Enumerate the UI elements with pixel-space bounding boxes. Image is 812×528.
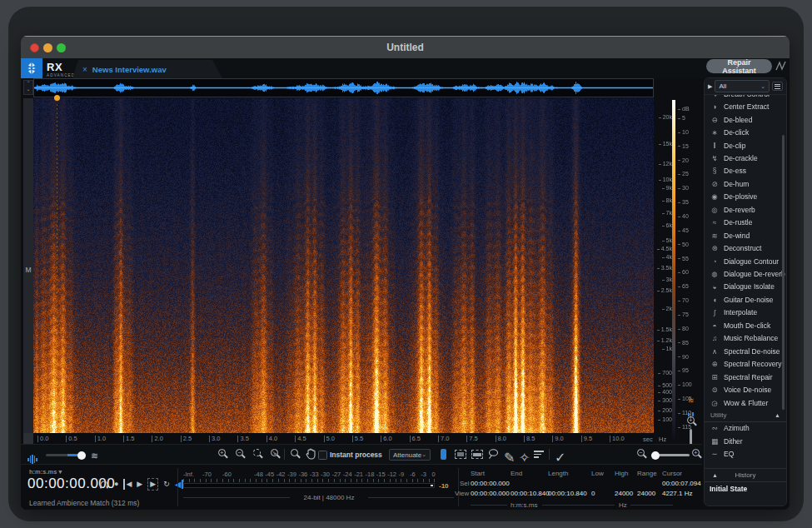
- module-item-de-clip[interactable]: ‖De-clip: [705, 139, 786, 152]
- module-item-de-reverb[interactable]: ◎De-reverb: [705, 203, 786, 216]
- loop-button[interactable]: ↻: [163, 479, 170, 490]
- play-selection-button[interactable]: ▶: [147, 478, 158, 491]
- divider-line: [591, 505, 615, 506]
- time-selection-tool[interactable]: [441, 449, 446, 460]
- module-item-interpolate[interactable]: ∫Interpolate: [705, 306, 786, 319]
- module-item-guitar-de-noise[interactable]: ◖Guitar De-noise: [705, 293, 786, 306]
- time-ruler[interactable]: 0.00.51.01.52.02.53.03.54.04.55.05.56.06…: [33, 433, 654, 445]
- module-item-de-rustle[interactable]: ≈De-rustle: [705, 217, 786, 229]
- module-item-de-crackle[interactable]: ↯De-crackle: [705, 152, 786, 164]
- zoom-out-icon[interactable]: −: [236, 449, 243, 456]
- view-length-value[interactable]: 00:00:10.840: [548, 490, 587, 497]
- module-filter-select[interactable]: All ⌄: [715, 80, 770, 92]
- magnify-tool-icon[interactable]: [291, 449, 298, 456]
- view-low-value[interactable]: 0: [591, 490, 595, 497]
- module-item-spectral-recovery[interactable]: ⊕Spectral Recovery: [705, 357, 786, 370]
- module-item-dialogue-isolate[interactable]: ◒Dialogue Isolate: [705, 281, 786, 293]
- waveform-overview[interactable]: [33, 78, 654, 97]
- module-item-eq[interactable]: ∼EQ: [705, 448, 786, 461]
- spectrogram-blend-icon[interactable]: ≋: [91, 451, 98, 461]
- spectral-de-noise-icon: ∧: [710, 347, 719, 356]
- level-meter[interactable]: [183, 483, 435, 488]
- view-range-value[interactable]: 24000: [637, 490, 655, 497]
- module-item-voice-de-noise[interactable]: ⊜Voice De-noise: [705, 383, 786, 396]
- voice-de-noise-icon: ⊜: [710, 386, 719, 394]
- history-item[interactable]: Initial State: [705, 482, 786, 493]
- module-item-de-plosive[interactable]: ◉De-plosive: [705, 191, 786, 203]
- preview-icon[interactable]: ▶: [708, 83, 712, 90]
- zoom-in-horizontal-icon[interactable]: +: [692, 449, 700, 456]
- module-item-de-ess[interactable]: §De-ess: [705, 165, 786, 177]
- file-tab[interactable]: × News Interview.wav: [72, 60, 222, 78]
- ruler-corner: [23, 433, 33, 445]
- horizontal-zoom-slider[interactable]: [651, 454, 690, 456]
- monitor-icon[interactable]: [99, 480, 109, 489]
- repair-assistant-button[interactable]: Repair Assistant: [706, 59, 772, 73]
- module-item-de-click[interactable]: ∗De-click: [705, 126, 786, 138]
- repair-wand-icon[interactable]: [775, 59, 788, 72]
- play-button[interactable]: ▶: [137, 479, 142, 490]
- meter-tick-label: -48: [254, 471, 263, 478]
- record-button[interactable]: ●: [114, 479, 118, 490]
- module-item-dither[interactable]: ▦Dither: [705, 435, 786, 447]
- meter-tick-label: -27: [331, 471, 341, 478]
- module-item-spectral-de-noise[interactable]: ∧Spectral De-noise: [705, 345, 786, 357]
- frequency-scale[interactable]: 20k15k12k10k9k8k7k6k5k4.5k4k3.5k3k2.5k2k…: [652, 98, 672, 433]
- zoom-fit-icon[interactable]: ↘: [271, 449, 278, 456]
- module-item-azimuth[interactable]: ∾Azimuth: [705, 422, 786, 435]
- meter-tick-label: -6: [410, 471, 416, 478]
- spectrogram-mode-icon[interactable]: ≋: [688, 396, 695, 405]
- de-crackle-icon: ↯: [710, 154, 719, 162]
- blend-slider-knob[interactable]: [77, 451, 86, 460]
- ruler-tick-label: 1.0: [95, 436, 106, 442]
- module-item-de-wind[interactable]: ≋De-wind: [705, 229, 786, 242]
- module-menu-icon[interactable]: [772, 82, 783, 91]
- skip-to-start-button[interactable]: ◀: [123, 479, 132, 490]
- module-item-dialogue-contour[interactable]: ◔Dialogue Contour: [705, 255, 786, 267]
- hand-tool-icon[interactable]: [306, 448, 316, 460]
- toolbar-separator: [549, 449, 550, 460]
- history-header[interactable]: ▲ History: [705, 469, 786, 482]
- process-mode-dropdown[interactable]: Attenuate ⌄: [389, 449, 431, 461]
- module-item-center-extract[interactable]: ◑Center Extract: [705, 100, 786, 112]
- module-item-de-hum[interactable]: ⊘De-hum: [705, 177, 786, 190]
- tab-close-icon[interactable]: ×: [82, 65, 87, 74]
- overview-waveform-canvas[interactable]: [34, 79, 653, 97]
- freq-tick-label: 2k: [662, 306, 672, 311]
- zoom-out-horizontal-icon[interactable]: −: [637, 449, 645, 456]
- module-item-music-rebalance[interactable]: ♫Music Rebalance: [705, 332, 786, 345]
- module-item-mouth-de-click[interactable]: ◓Mouth De-click: [705, 319, 786, 331]
- waveform-spectrogram-blend-slider[interactable]: [46, 454, 86, 456]
- db-scale[interactable]: dB51015202530354045505560657075808590951…: [678, 98, 700, 441]
- freq-tick-label: 1.2k: [657, 337, 672, 343]
- playhead-marker[interactable]: [54, 95, 60, 101]
- frequency-selection-tool[interactable]: [471, 450, 483, 459]
- module-list-scrollbar[interactable]: [782, 135, 785, 410]
- spectrogram-canvas[interactable]: [33, 98, 654, 433]
- peak-readout[interactable]: -10: [439, 482, 449, 490]
- module-item-de-bleed[interactable]: ⊖De-bleed: [705, 113, 786, 126]
- view-high-value[interactable]: 24000: [615, 490, 633, 497]
- instant-process-checkbox[interactable]: [318, 451, 327, 460]
- time-unit-label: h:m:s.ms: [511, 501, 537, 509]
- view-start-value[interactable]: 00:00:00.000: [471, 490, 510, 497]
- spectrogram-view[interactable]: [33, 98, 654, 433]
- overview-resize-control[interactable]: ⌃⌄: [23, 80, 33, 95]
- zoom-in-vertical-icon[interactable]: +: [687, 416, 695, 424]
- sel-start-value[interactable]: 00:00:00.000: [471, 480, 510, 487]
- module-item-deconstruct[interactable]: ⊛Deconstruct: [705, 242, 786, 254]
- module-item-wow-flutter[interactable]: ◶Wow & Flutter: [705, 396, 786, 409]
- harmonics-tool-icon[interactable]: [534, 449, 544, 460]
- zoom-selection-icon[interactable]: [253, 449, 261, 456]
- db-tick-label: 100: [678, 381, 692, 387]
- zoom-in-icon[interactable]: +: [218, 449, 226, 456]
- lasso-tool-icon[interactable]: [488, 448, 499, 460]
- view-end-value[interactable]: 00:00:10.840: [511, 490, 550, 497]
- channel-strip[interactable]: M: [23, 98, 33, 433]
- utility-section-header[interactable]: Utility▲: [705, 409, 786, 421]
- module-item-dialogue-de-reverb[interactable]: ◍Dialogue De-reverb: [705, 267, 786, 280]
- module-item-spectral-repair[interactable]: ⊞Spectral Repair: [705, 371, 786, 383]
- horizontal-zoom-knob[interactable]: [651, 451, 660, 460]
- return-playhead-toggle[interactable]: ◀: [175, 480, 184, 489]
- time-frequency-selection-tool[interactable]: [455, 450, 466, 459]
